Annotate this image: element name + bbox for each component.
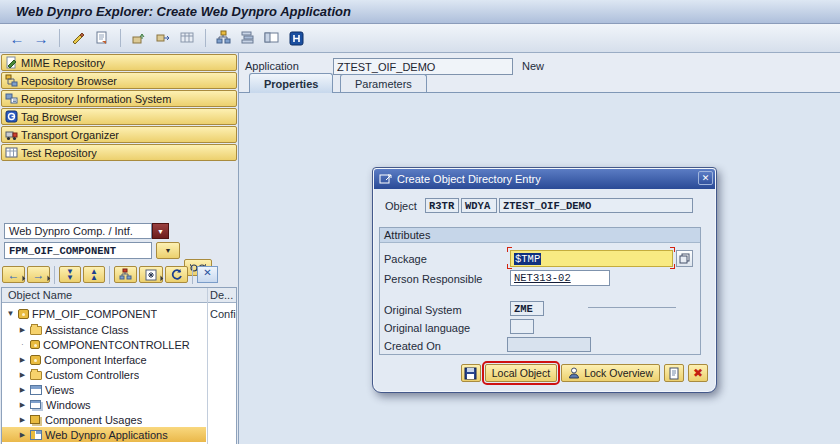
forward-arrow-icon: → xyxy=(34,31,49,46)
back-arrow-icon: ← xyxy=(8,269,20,281)
application-input[interactable]: ZTEST_OIF_DEMO xyxy=(333,58,513,75)
created-on-field[interactable] xyxy=(507,337,591,352)
chevron-right-icon[interactable]: ▶ xyxy=(18,386,27,394)
help-button[interactable] xyxy=(285,28,307,49)
tree-item-assistance-class[interactable]: ▶ Assistance Class xyxy=(2,322,206,337)
sidebar-item-test-repository[interactable]: Test Repository xyxy=(1,144,237,161)
sidebar-item-repository-information-system[interactable]: Repository Information System xyxy=(1,90,237,107)
mime-repository-icon xyxy=(5,56,18,69)
created-on-label: Created On xyxy=(384,340,441,352)
tree-item-componentcontroller[interactable]: · COMPONENTCONTROLLER xyxy=(2,337,206,352)
original-system-field[interactable]: ZME xyxy=(510,301,544,316)
refresh-button[interactable] xyxy=(165,266,188,283)
original-language-field[interactable] xyxy=(510,319,534,334)
detail-view-button[interactable] xyxy=(261,28,283,49)
display-change-button[interactable] xyxy=(67,28,89,49)
person-responsible-value: NET313-02 xyxy=(514,272,571,284)
sort-layers-button[interactable] xyxy=(237,28,259,49)
local-object-label: Local Object xyxy=(492,367,550,379)
package-value-help-button[interactable] xyxy=(676,250,693,267)
copy-object-button[interactable] xyxy=(91,28,113,49)
tab-label: Properties xyxy=(264,78,318,90)
collapse-all-button[interactable]: ▲▲ xyxy=(83,266,105,283)
sidebar-item-mime-repository[interactable]: MIME Repository xyxy=(1,54,237,71)
tree-item-label: Web Dynpro Applications xyxy=(45,429,168,441)
transport-route-button[interactable] xyxy=(152,28,174,49)
tree-item-description: Configu xyxy=(210,308,237,320)
object-category-select[interactable]: Web Dynpro Comp. / Intf. xyxy=(4,223,152,239)
chevron-right-icon[interactable]: ▶ xyxy=(18,326,27,334)
lock-overview-label: Lock Overview xyxy=(584,367,653,379)
history-back-button[interactable]: ← xyxy=(2,266,25,283)
original-system-label: Original System xyxy=(384,304,462,316)
tree-item-component-usages[interactable]: ▶ Component Usages xyxy=(2,412,206,427)
tab-properties[interactable]: Properties xyxy=(249,73,333,93)
object-category-value: Web Dynpro Comp. / Intf. xyxy=(9,225,133,237)
person-responsible-input[interactable]: NET313-02 xyxy=(510,270,610,286)
toolbar-separator xyxy=(59,29,60,47)
object-type-value: R3TR xyxy=(429,200,454,212)
close-browser-button[interactable]: ✕ xyxy=(197,266,218,283)
continue-button[interactable] xyxy=(664,364,684,382)
chevron-right-icon[interactable]: ▶ xyxy=(18,416,27,424)
toolbar-separator xyxy=(109,266,110,284)
repository-information-system-icon xyxy=(5,92,18,105)
sidebar-item-repository-browser[interactable]: Repository Browser xyxy=(1,72,237,89)
hierarchy-view-button[interactable] xyxy=(114,266,137,283)
dialog-package-input[interactable]: $TMP xyxy=(510,250,673,267)
selection-handle xyxy=(670,247,675,252)
lock-overview-button[interactable]: Lock Overview xyxy=(561,364,660,382)
object-kind-field[interactable]: WDYA xyxy=(461,198,497,213)
chevron-expanded-icon[interactable]: ▼ xyxy=(6,309,15,318)
refresh-icon xyxy=(170,268,183,281)
tree-item-label: Assistance Class xyxy=(45,324,129,336)
chevron-right-icon[interactable]: ▶ xyxy=(18,371,27,379)
filter-settings-button[interactable] xyxy=(139,266,163,283)
back-button[interactable]: ← xyxy=(6,28,28,49)
sidebar-item-transport-organizer[interactable]: Transport Organizer xyxy=(1,126,237,143)
chevron-right-icon[interactable]: ▶ xyxy=(18,401,27,409)
object-name-value: FPM_OIF_COMPONENT xyxy=(9,245,116,257)
object-name-input[interactable]: FPM_OIF_COMPONENT xyxy=(4,242,152,259)
filter-icon xyxy=(145,269,157,281)
chevron-down-icon: ▼ xyxy=(157,228,164,235)
red-x-icon: ✖ xyxy=(693,366,703,380)
tree-item-label: Views xyxy=(45,384,74,396)
leaf-dot-icon: · xyxy=(18,341,27,348)
forward-button[interactable]: → xyxy=(30,28,52,49)
copy-icon xyxy=(94,30,110,46)
category-dropdown-button[interactable]: ▼ xyxy=(152,223,169,239)
tree-item-windows[interactable]: ▶ Windows xyxy=(2,397,206,412)
sidebar-item-tag-browser[interactable]: Tag Browser xyxy=(1,108,237,125)
column-separator[interactable] xyxy=(207,288,208,444)
close-icon: ✕ xyxy=(203,267,211,282)
local-object-button[interactable]: Local Object xyxy=(485,364,557,382)
tree-item-component[interactable]: ▼ FPM_OIF_COMPONENT xyxy=(2,306,206,321)
chevron-right-icon[interactable]: ▶ xyxy=(18,431,27,439)
folder-icon xyxy=(30,326,42,335)
transport-up-button[interactable] xyxy=(128,28,150,49)
table-contents-button[interactable] xyxy=(176,28,198,49)
object-name-field[interactable]: ZTEST_OIF_DEMO xyxy=(499,198,693,213)
tab-parameters[interactable]: Parameters xyxy=(340,74,427,93)
dialog-close-button[interactable]: ✕ xyxy=(698,171,713,185)
cancel-button[interactable]: ✖ xyxy=(688,364,708,382)
tree-column-headers[interactable]: Object Name De... xyxy=(2,288,236,303)
tree-toolbar: ← → ▼▼ ▲▲ ✕ xyxy=(2,265,236,284)
expand-all-button[interactable]: ▼▼ xyxy=(59,266,81,283)
history-forward-button[interactable]: → xyxy=(27,266,50,283)
tree-item-web-dynpro-applications[interactable]: ▶ Web Dynpro Applications xyxy=(2,427,206,442)
matchcode-icon xyxy=(679,253,690,264)
hierarchy-icon xyxy=(119,268,132,281)
tree-item-component-interface[interactable]: ▶ Component Interface xyxy=(2,352,206,367)
hierarchy-button[interactable] xyxy=(213,28,235,49)
object-type-field[interactable]: R3TR xyxy=(425,198,459,213)
tree-item-custom-controllers[interactable]: ▶ Custom Controllers xyxy=(2,367,206,382)
dialog-package-label: Package xyxy=(384,253,427,265)
tree-item-views[interactable]: ▶ Views xyxy=(2,382,206,397)
save-button[interactable] xyxy=(461,364,481,382)
chevron-right-icon[interactable]: ▶ xyxy=(18,356,27,364)
object-name-dropdown-button[interactable]: ▼ xyxy=(156,242,180,259)
dialog-title-bar[interactable]: Create Object Directory Entry xyxy=(374,169,715,189)
application-icon xyxy=(30,430,42,440)
